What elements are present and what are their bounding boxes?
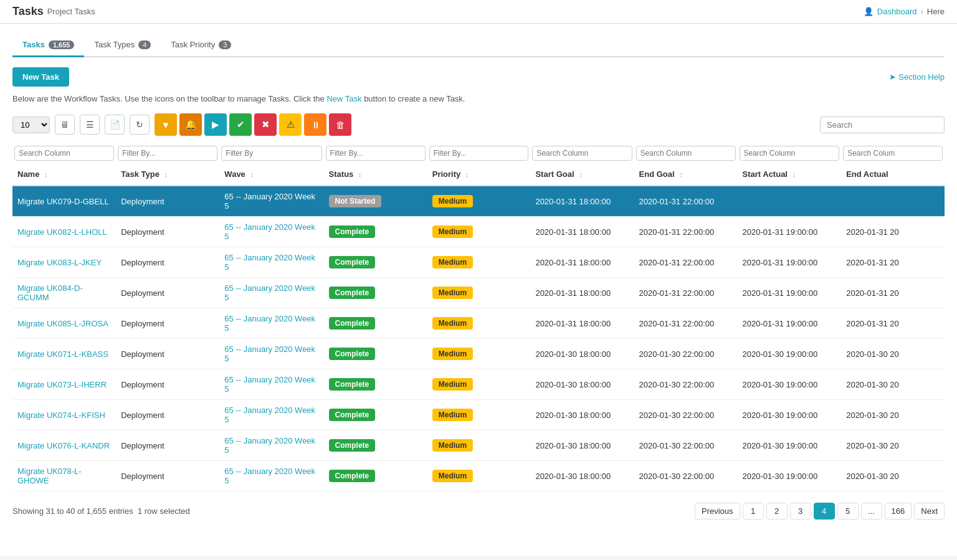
cell-6: 2020-01-31 22:00:00: [634, 217, 738, 247]
description-text: Below are the Workflow Tasks. Use the ic…: [12, 94, 945, 103]
filter-input-8[interactable]: [843, 146, 943, 161]
complete-btn[interactable]: ✔: [229, 113, 252, 136]
filter-input-6[interactable]: [636, 146, 736, 161]
col-header-status[interactable]: Status ↕: [324, 163, 427, 186]
table-row[interactable]: Migrate UK085-L-JROSADeployment65 -- Jan…: [12, 308, 945, 339]
export-icon-btn[interactable]: 📄: [105, 115, 125, 135]
col-header-start-goal[interactable]: Start Goal ↕: [530, 163, 634, 186]
wave-link[interactable]: 65 -- January 2020 Week 5: [224, 253, 315, 272]
pagination-page-4[interactable]: 4: [814, 503, 835, 520]
wave-link[interactable]: 65 -- January 2020 Week 5: [224, 467, 315, 485]
breadcrumb-dashboard[interactable]: Dashboard: [877, 7, 917, 16]
table-row[interactable]: Migrate UK084-D-GCUMMDeployment65 -- Jan…: [12, 278, 945, 308]
list-icon-btn[interactable]: ☰: [80, 115, 100, 135]
cell-6: 2020-01-31 22:00:00: [634, 278, 738, 308]
tab-task-priority[interactable]: Task Priority 3: [161, 34, 241, 57]
task-name-link[interactable]: Migrate UK083-L-JKEY: [17, 258, 102, 267]
table-row[interactable]: Migrate UK074-L-KFISHDeployment65 -- Jan…: [12, 400, 945, 430]
filter-input-5[interactable]: [532, 146, 632, 161]
filter-input-3[interactable]: [326, 146, 426, 161]
sort-icon: ↕: [579, 171, 583, 178]
col-header-task-type[interactable]: Task Type ↕: [116, 163, 219, 186]
tab-tasks[interactable]: Tasks 1,655: [12, 34, 84, 57]
status-badge: Complete: [329, 348, 376, 360]
table-row[interactable]: Migrate UK079-D-GBELLDeployment65 -- Jan…: [12, 186, 945, 217]
page-subtitle: Project Tasks: [47, 7, 95, 16]
filter-input-0[interactable]: [14, 146, 114, 161]
table-row[interactable]: Migrate UK083-L-JKEYDeployment65 -- Janu…: [12, 247, 945, 278]
refresh-icon-btn[interactable]: ↻: [130, 115, 150, 135]
wave-link[interactable]: 65 -- January 2020 Week 5: [224, 436, 315, 455]
filter-btn[interactable]: ▼: [155, 113, 177, 136]
cell-1: Deployment: [116, 400, 219, 430]
task-name-link[interactable]: Migrate UK085-L-JROSA: [17, 319, 108, 328]
table-wrapper: Name ↕Task Type ↕Wave ↕Status ↕Priority …: [12, 143, 945, 491]
wave-link[interactable]: 65 -- January 2020 Week 5: [224, 375, 315, 394]
filter-row: [12, 143, 945, 163]
cell-8: 2020-01-31 20: [841, 308, 945, 339]
task-name-link[interactable]: Migrate UK073-L-IHERR: [17, 380, 107, 389]
wave-link[interactable]: 65 -- January 2020 Week 5: [224, 314, 315, 333]
filter-input-4[interactable]: [429, 146, 529, 161]
filter-cell-2: [219, 143, 323, 163]
task-name-link[interactable]: Migrate UK082-L-LHOLL: [17, 227, 107, 237]
section-help-link[interactable]: ➤ Section Help: [889, 72, 945, 82]
cell-8: 2020-01-30 20: [841, 430, 945, 461]
breadcrumb-current: Here: [927, 7, 945, 16]
cell-4: Medium: [427, 308, 531, 339]
pagination-page-1[interactable]: 1: [743, 503, 764, 520]
per-page-select[interactable]: 102550100: [12, 116, 50, 133]
cell-3: Complete: [324, 339, 427, 369]
col-header-wave[interactable]: Wave ↕: [219, 163, 323, 186]
pagination-page-5[interactable]: 5: [837, 503, 859, 520]
notify-btn[interactable]: 🔔: [179, 113, 202, 136]
filter-input-1[interactable]: [118, 146, 217, 161]
header-row: Name ↕Task Type ↕Wave ↕Status ↕Priority …: [12, 163, 945, 186]
cell-8: 2020-01-30 20: [841, 339, 945, 369]
pause-btn[interactable]: ⏸: [304, 113, 326, 136]
wave-link[interactable]: 65 -- January 2020 Week 5: [224, 283, 315, 302]
table-row[interactable]: Migrate UK071-L-KBASSDeployment65 -- Jan…: [12, 339, 945, 369]
wave-link[interactable]: 65 -- January 2020 Week 5: [224, 222, 315, 241]
pagination-page-3[interactable]: 3: [790, 503, 811, 520]
pagination-next[interactable]: Next: [914, 503, 945, 520]
description-new-task-link[interactable]: New Task: [326, 94, 361, 103]
cancel-btn[interactable]: ✖: [254, 113, 277, 136]
table-row[interactable]: Migrate UK078-L-GHOWEDeployment65 -- Jan…: [12, 461, 945, 491]
warning-btn[interactable]: ⚠: [279, 113, 302, 136]
col-header-start-actual[interactable]: Start Actual ↕: [738, 163, 842, 186]
task-name-link[interactable]: Migrate UK084-D-GCUMM: [17, 283, 83, 302]
task-name-link[interactable]: Migrate UK071-L-KBASS: [17, 349, 108, 359]
task-name-link[interactable]: Migrate UK078-L-GHOWE: [17, 467, 82, 485]
search-input[interactable]: [820, 116, 945, 133]
cell-6: 2020-01-30 22:00:00: [634, 430, 738, 461]
wave-link[interactable]: 65 -- January 2020 Week 5: [224, 344, 315, 363]
col-header-end-goal[interactable]: End Goal ↕: [634, 163, 738, 186]
pagination: Previous12345...166Next: [695, 503, 945, 520]
play-btn[interactable]: ▶: [204, 113, 227, 136]
cell-4: Medium: [427, 369, 531, 400]
pagination-page-2[interactable]: 2: [766, 503, 788, 520]
delete-btn[interactable]: 🗑: [329, 113, 351, 136]
table-row[interactable]: Migrate UK076-L-KANDRDeployment65 -- Jan…: [12, 430, 945, 461]
col-header-priority[interactable]: Priority ↕: [427, 163, 531, 186]
col-header-name[interactable]: Name ↕: [12, 163, 116, 186]
priority-badge: Medium: [432, 256, 473, 268]
new-task-button[interactable]: New Task: [12, 67, 69, 87]
task-name-link[interactable]: Migrate UK076-L-KANDR: [17, 441, 110, 450]
cell-7: [738, 186, 842, 217]
cell-6: 2020-01-30 22:00:00: [634, 369, 738, 400]
filter-input-2[interactable]: [221, 146, 321, 161]
table-row[interactable]: Migrate UK073-L-IHERRDeployment65 -- Jan…: [12, 369, 945, 400]
task-name-link[interactable]: Migrate UK079-D-GBELL: [17, 197, 109, 206]
pagination-previous[interactable]: Previous: [695, 503, 740, 520]
table-row[interactable]: Migrate UK082-L-LHOLLDeployment65 -- Jan…: [12, 217, 945, 247]
colored-buttons-group: ▼🔔▶✔✖⚠⏸🗑: [155, 113, 351, 136]
task-name-link[interactable]: Migrate UK074-L-KFISH: [17, 411, 105, 420]
filter-input-7[interactable]: [740, 146, 840, 161]
monitor-icon-btn[interactable]: 🖥: [55, 115, 75, 135]
wave-link[interactable]: 65 -- January 2020 Week 5: [224, 406, 315, 424]
tab-task-types[interactable]: Task Types 4: [84, 34, 161, 57]
cell-1: Deployment: [116, 186, 219, 217]
pagination-page-166[interactable]: 166: [885, 503, 912, 520]
